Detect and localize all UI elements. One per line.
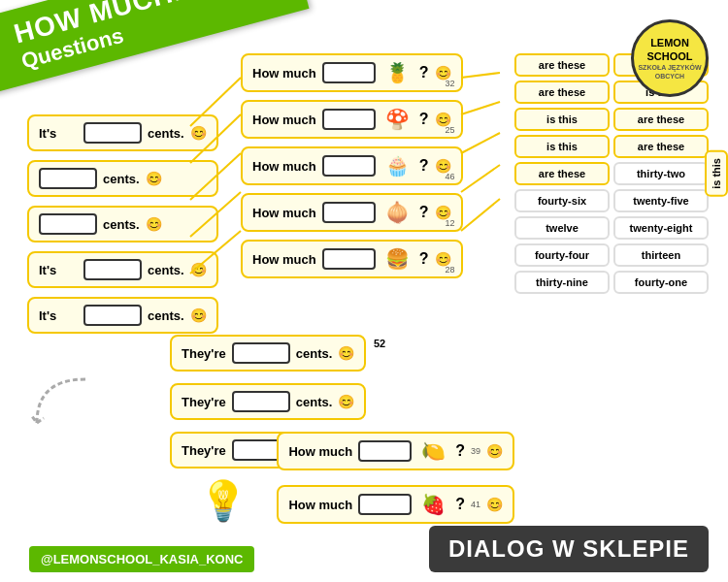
theyre-input-1[interactable] [232,342,290,364]
chip-thirty-two[interactable]: thirty-two [613,162,709,185]
bottom-q-label-2: How much [288,498,352,512]
smiley-3: 😊 [146,216,162,232]
theyre-label-3: They're [182,443,226,458]
answer-input-4[interactable] [83,259,142,280]
theyre-label-1: They're [182,346,226,361]
chip-twenty-eight[interactable]: twenty-eight [613,216,709,240]
answer-suffix-3: cents. [103,217,140,232]
lemon-icon: 🍋 [421,439,446,463]
question-row-4: How much 🧅 ? 12 😊 [241,193,463,232]
chip-twelve[interactable]: twelve [514,216,610,240]
logo-name: LEMONSCHOOL [646,36,692,64]
bottom-q-input-2[interactable] [358,494,412,515]
answer-row-5: It's cents. 😊 [27,297,218,334]
answer-suffix-1: cents. [148,126,184,141]
pineapple-icon: 🍍 [385,61,410,84]
chip-fourty-one[interactable]: fourty-one [613,271,709,294]
answer-label-1: It's [39,126,78,141]
answer-input-2[interactable] [39,168,97,189]
logo-subtitle: SZKOŁA JĘZYKÓWOBCYCH [638,63,701,81]
vertical-chip-is-this[interactable]: is this [705,150,728,197]
smiley-2: 😊 [146,171,162,186]
theyre-smiley-1: 😊 [338,345,354,361]
smiley-4: 😊 [190,262,207,277]
cupcake-icon: 🧁 [385,154,410,178]
theyre-suffix-1: cents. [296,346,333,361]
q-num-5: 28 [446,265,455,275]
arrow-decoration [27,370,105,441]
social-handle: @LEMONSCHOOL_KASIA_KONC [29,546,254,572]
extra-num: 52 [374,338,385,349]
answer-suffix-4: cents. [148,263,184,277]
bottom-q-label-1: How much [288,444,352,459]
q-input-1[interactable] [322,62,376,83]
answer-input-1[interactable] [83,122,142,144]
answer-label-5: It's [39,308,78,323]
q-label-3: How much [252,159,316,174]
theyre-row-2: They're cents. 😊 [170,383,366,420]
q-input-4[interactable] [322,202,376,223]
q-label-5: How much [252,252,316,267]
svg-line-9 [461,199,500,231]
lightbulb-icon: 💡 [199,478,248,524]
burger-icon: 🍔 [385,247,410,271]
q-label-4: How much [252,206,316,220]
answer-row-4: It's cents. 😊 [27,251,218,288]
answer-suffix-2: cents. [103,172,140,186]
question-row-5: How much 🍔 ? 28 😊 [241,240,463,278]
chip-thirteen[interactable]: thirteen [613,243,709,267]
chip-is-this-3[interactable]: is this [514,108,610,131]
mushroom-icon: 🍄 [385,108,410,131]
bottom-q-2: How much 🍓 ? 41 😊 [277,485,514,524]
answer-input-3[interactable] [39,213,97,235]
answer-row-2: cents. 😊 [27,160,218,197]
svg-line-6 [461,102,500,114]
bottom-q-num-1: 39 [471,446,480,456]
smiley-1: 😊 [190,125,207,141]
answer-label-4: It's [39,263,78,277]
strawberry-icon: 🍓 [421,493,446,516]
lemon-school-logo: LEMONSCHOOL SZKOŁA JĘZYKÓWOBCYCH [631,19,709,97]
chip-are-these-5[interactable]: are these [514,162,610,185]
chip-are-these-3[interactable]: are these [613,108,709,131]
chip-fourty-four[interactable]: fourty-four [514,243,610,267]
q-input-2[interactable] [322,109,376,130]
theyre-input-2[interactable] [232,391,290,412]
q-input-3[interactable] [322,155,376,177]
theyre-suffix-2: cents. [296,395,333,409]
onion-icon: 🧅 [385,201,410,224]
answer-input-5[interactable] [83,305,142,326]
chip-twenty-five[interactable]: twenty-five [613,189,709,212]
chip-is-this-4[interactable]: is this [514,135,610,158]
svg-line-7 [461,133,500,153]
svg-line-8 [461,165,500,192]
svg-line-5 [461,73,500,78]
question-row-2: How much 🍄 ? 25 😊 [241,100,463,139]
bottom-q-num-2: 41 [471,500,480,509]
answer-row-3: cents. 😊 [27,206,218,242]
theyre-label-2: They're [182,395,226,409]
question-row-3: How much 🧁 ? 46 😊 [241,146,463,185]
q-num-4: 12 [446,218,455,228]
q-num-3: 46 [446,172,455,181]
q-label-2: How much [252,113,316,127]
dialog-banner: DIALOG W SKLEPIE [429,526,709,572]
q-label-1: How much [252,66,316,81]
q-num-1: 32 [446,79,455,88]
bottom-q-1: How much 🍋 ? 39 😊 [277,432,514,470]
chip-are-these-1[interactable]: are these [514,53,610,77]
questions-col: How much 🍍 ? 32 😊 How much 🍄 ? 25 😊 How … [241,53,463,278]
left-answers-col: It's cents. 😊 cents. 😊 cents. 😊 It's cen… [27,114,218,334]
chip-thirty-nine[interactable]: thirty-nine [514,271,610,294]
smiley-5: 😊 [190,307,207,323]
chip-are-these-4[interactable]: are these [613,135,709,158]
bottom-q-input-1[interactable] [358,440,412,462]
answer-suffix-5: cents. [148,308,184,323]
chip-fourty-six[interactable]: fourty-six [514,189,610,212]
theyre-smiley-2: 😊 [338,394,354,409]
q-num-2: 25 [446,125,455,135]
q-input-5[interactable] [322,248,376,270]
answer-row-1: It's cents. 😊 [27,114,218,151]
question-row-1: How much 🍍 ? 32 😊 [241,53,463,92]
chip-are-these-2[interactable]: are these [514,81,610,104]
